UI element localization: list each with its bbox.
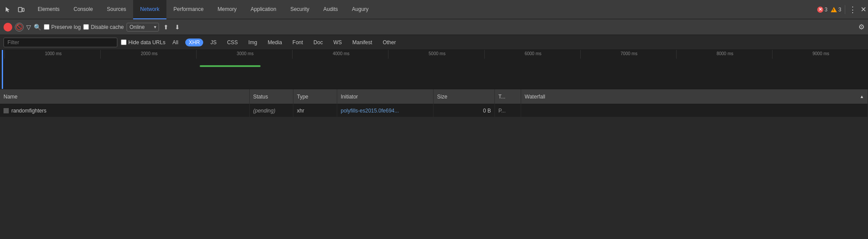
xhr-timeline-bar (200, 65, 261, 67)
filter-doc[interactable]: Doc (310, 39, 326, 46)
tab-memory[interactable]: Memory (211, 0, 243, 19)
td-initiator: polyfills-es2015.0fe694... (337, 104, 434, 117)
filter-font[interactable]: Font (289, 39, 307, 46)
cursor-icon[interactable] (2, 4, 14, 16)
tab-sources[interactable]: Sources (100, 0, 133, 19)
network-toolbar: 🚫 ▽ 🔍 Preserve log Disable cache Online … (0, 19, 868, 35)
tick-7000ms: 7000 ms (580, 50, 676, 59)
tab-audits[interactable]: Audits (316, 0, 345, 19)
tab-bar-right: ✕ 3 3 ⋮ ✕ (817, 5, 866, 14)
preserve-log-checkbox[interactable] (44, 24, 49, 30)
td-status: (pending) (250, 104, 293, 117)
th-type[interactable]: Type (293, 89, 337, 104)
device-toolbar-icon[interactable] (15, 4, 27, 16)
download-icon[interactable]: ⬇ (173, 23, 182, 32)
divider (845, 5, 845, 14)
th-status[interactable]: Status (250, 89, 293, 104)
tab-augury[interactable]: Augury (345, 0, 376, 19)
td-size: 0 B (434, 104, 495, 117)
tick-9000ms: 9000 ms (772, 50, 868, 59)
record-button[interactable] (4, 23, 12, 32)
devtools-icons (2, 4, 27, 16)
filter-xhr[interactable]: XHR (185, 39, 203, 46)
filter-input[interactable] (4, 38, 117, 47)
table-row[interactable]: randomfighters (pending) xhr polyfills-e… (0, 104, 868, 117)
error-circle-icon: ✕ (817, 7, 823, 13)
initiator-link[interactable]: polyfills-es2015.0fe694... (341, 108, 399, 114)
th-initiator[interactable]: Initiator (337, 89, 434, 104)
sort-arrow-icon: ▲ (860, 94, 864, 99)
upload-icon[interactable]: ⬆ (162, 23, 170, 32)
disable-cache-label[interactable]: Disable cache (83, 24, 123, 30)
tick-1000ms: 1000 ms (4, 50, 100, 59)
disable-cache-checkbox[interactable] (83, 24, 89, 30)
warning-count[interactable]: 3 (831, 7, 841, 13)
tab-network[interactable]: Network (133, 0, 166, 19)
filter-icon[interactable]: ▽ (26, 24, 31, 31)
tab-performance[interactable]: Performance (166, 0, 211, 19)
filter-manifest[interactable]: Manifest (349, 39, 376, 46)
filter-bar: Hide data URLs All XHR JS CSS Img Media … (0, 35, 868, 50)
td-name: randomfighters (0, 104, 250, 117)
throttle-wrapper[interactable]: Online Fast 3G Slow 3G Offline (127, 23, 159, 32)
clear-button[interactable]: 🚫 (15, 23, 24, 32)
th-waterfall[interactable]: Waterfall ▲ (521, 89, 868, 104)
td-time: P... (495, 104, 521, 117)
tab-security[interactable]: Security (283, 0, 316, 19)
th-time[interactable]: T... (495, 89, 521, 104)
filter-img[interactable]: Img (245, 39, 261, 46)
filter-media[interactable]: Media (264, 39, 286, 46)
th-size[interactable]: Size (434, 89, 495, 104)
td-waterfall (521, 104, 868, 117)
row-file-icon (4, 108, 9, 113)
filter-js[interactable]: JS (207, 39, 220, 46)
tick-8000ms: 8000 ms (676, 50, 772, 59)
throttle-select[interactable]: Online Fast 3G Slow 3G Offline (127, 23, 159, 32)
close-icon[interactable]: ✕ (861, 5, 866, 14)
tick-3000ms: 3000 ms (196, 50, 292, 59)
tab-console[interactable]: Console (67, 0, 100, 19)
timeline-bar-container (0, 61, 868, 87)
th-name[interactable]: Name (0, 89, 250, 104)
tab-application[interactable]: Application (243, 0, 283, 19)
filter-ws[interactable]: WS (330, 39, 345, 46)
tab-elements[interactable]: Elements (31, 0, 67, 19)
more-options-icon[interactable]: ⋮ (849, 5, 857, 14)
tick-2000ms: 2000 ms (100, 50, 196, 59)
filter-css[interactable]: CSS (223, 39, 241, 46)
preserve-log-label[interactable]: Preserve log (44, 24, 81, 30)
hide-data-urls-label[interactable]: Hide data URLs (121, 39, 166, 46)
tick-6000ms: 6000 ms (484, 50, 580, 59)
td-type: xhr (293, 104, 337, 117)
search-icon[interactable]: 🔍 (34, 24, 41, 31)
svg-rect-1 (22, 8, 24, 11)
warning-triangle-icon (831, 7, 837, 12)
svg-rect-0 (18, 7, 22, 12)
filter-other[interactable]: Other (379, 39, 399, 46)
tab-bar: Elements Console Sources Network Perform… (0, 0, 868, 19)
hide-data-urls-checkbox[interactable] (121, 39, 127, 45)
settings-icon[interactable]: ⚙ (858, 23, 864, 31)
timeline-area: 1000 ms 2000 ms 3000 ms 4000 ms 5000 ms … (0, 50, 868, 89)
timeline-ticks: 1000 ms 2000 ms 3000 ms 4000 ms 5000 ms … (0, 50, 868, 59)
error-count[interactable]: ✕ 3 (817, 7, 828, 13)
tab-list: Elements Console Sources Network Perform… (31, 0, 817, 19)
tick-5000ms: 5000 ms (388, 50, 484, 59)
table-header: Name Status Type Initiator Size T... Wat… (0, 89, 868, 104)
tick-4000ms: 4000 ms (292, 50, 388, 59)
filter-all[interactable]: All (169, 39, 182, 46)
